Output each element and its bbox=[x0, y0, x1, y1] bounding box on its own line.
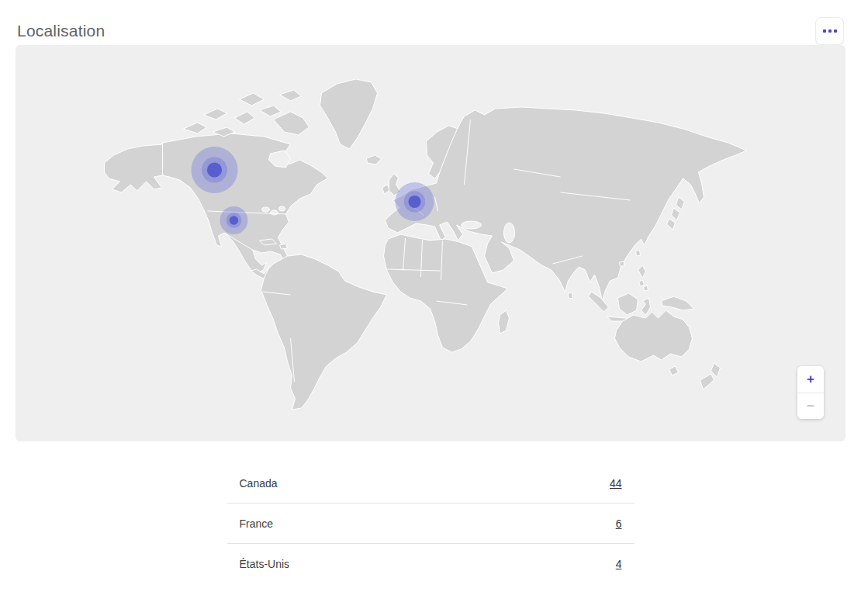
country-label: Canada bbox=[240, 477, 278, 490]
table-row-france: France 6 bbox=[227, 504, 635, 544]
map-marker-etats-unis[interactable] bbox=[220, 206, 248, 234]
location-table: Canada 44 France 6 États-Unis 4 bbox=[227, 463, 635, 584]
count-link[interactable]: 6 bbox=[616, 517, 622, 530]
map-marker-france[interactable] bbox=[396, 182, 434, 221]
continents bbox=[105, 79, 747, 410]
more-options-button[interactable] bbox=[815, 17, 844, 45]
widget-title: Localisation bbox=[17, 17, 105, 45]
count-link[interactable]: 4 bbox=[616, 558, 622, 570]
plus-icon: + bbox=[807, 372, 814, 386]
ellipsis-icon bbox=[823, 29, 837, 33]
table-row-canada: Canada 44 bbox=[227, 463, 635, 504]
zoom-in-button[interactable]: + bbox=[797, 366, 824, 393]
country-label: France bbox=[240, 517, 274, 530]
world-map[interactable] bbox=[16, 45, 845, 441]
map-panel: + − bbox=[16, 45, 845, 441]
card-header: Localisation bbox=[0, 0, 861, 45]
table-row-etats-unis: États-Unis 4 bbox=[227, 544, 635, 584]
count-link[interactable]: 44 bbox=[610, 477, 622, 490]
map-marker-canada[interactable] bbox=[192, 147, 238, 193]
zoom-control: + − bbox=[797, 366, 824, 419]
country-label: États-Unis bbox=[240, 558, 290, 570]
zoom-out-button[interactable]: − bbox=[797, 393, 824, 419]
minus-icon: − bbox=[807, 399, 814, 414]
